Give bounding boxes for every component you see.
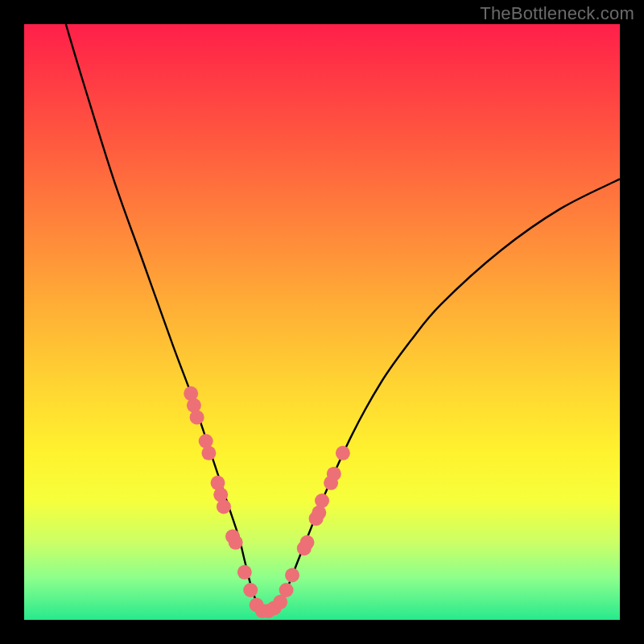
data-marker bbox=[201, 446, 216, 460]
data-marker bbox=[300, 535, 315, 550]
data-marker bbox=[237, 565, 252, 580]
chart-frame: TheBottleneck.com bbox=[0, 0, 644, 644]
data-marker bbox=[336, 446, 350, 460]
data-marker bbox=[279, 583, 294, 597]
chart-svg bbox=[24, 24, 620, 620]
watermark-text: TheBottleneck.com bbox=[480, 3, 634, 24]
data-marker bbox=[327, 467, 341, 481]
data-marker bbox=[229, 535, 243, 550]
data-markers bbox=[184, 386, 350, 618]
bottleneck-curve bbox=[66, 24, 620, 615]
data-marker bbox=[315, 493, 329, 508]
data-marker bbox=[285, 568, 299, 583]
data-marker bbox=[190, 410, 204, 424]
data-marker bbox=[243, 583, 258, 597]
data-marker bbox=[217, 499, 231, 514]
plot-area bbox=[24, 24, 620, 620]
